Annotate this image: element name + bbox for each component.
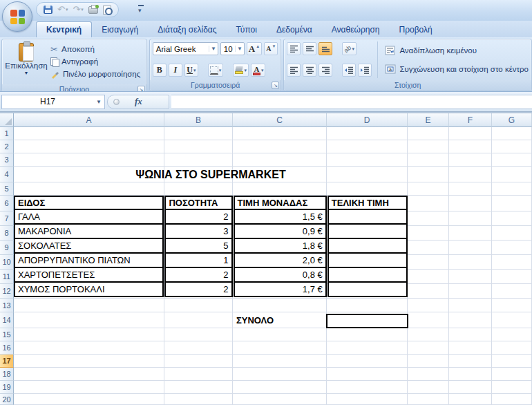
row-header-14[interactable]: 14 [0,312,14,328]
cell-C18[interactable] [233,368,327,381]
cell-F7[interactable] [449,211,492,226]
cell-C13[interactable] [233,299,327,312]
cell-E12[interactable] [408,284,449,299]
bottom-align-button[interactable] [319,42,332,55]
cell-final-price[interactable] [327,283,408,297]
paste-button[interactable]: Επικόλληση ▼ [5,41,48,82]
cell-quantity[interactable]: 1 [164,254,232,268]
decrease-indent-button[interactable] [342,64,356,77]
cell-C20[interactable] [233,394,327,405]
cell-A3[interactable] [14,153,164,167]
cell-item[interactable]: ΧΥΜΟΣ ΠΟΡΤΟΚΑΛΙ [14,283,164,297]
cell-F2[interactable] [449,140,492,153]
name-box-dropdown-icon[interactable]: ▼ [93,99,104,105]
cell-A18[interactable] [14,368,164,381]
font-size-dropdown-icon[interactable]: ▼ [235,46,244,52]
cell-D20[interactable] [327,394,408,405]
row-header-19[interactable]: 19 [0,381,14,394]
tab-data[interactable]: Δεδομένα [267,22,322,37]
select-all-corner[interactable] [0,113,14,127]
row-header-17[interactable]: 17 [0,355,14,368]
cell-E11[interactable] [408,270,449,284]
cell-E9[interactable] [408,241,449,255]
sheet-title-cell[interactable]: ΨΩΝΙΑ ΣΤΟ SUPERMARKET [14,167,408,182]
cell-C1[interactable] [233,127,327,140]
orientation-button[interactable]: ab▾ [342,42,357,55]
cell-G12[interactable] [492,284,532,299]
cell-E17[interactable] [408,355,449,368]
cell-F5[interactable] [449,182,492,196]
cell-G5[interactable] [492,182,532,196]
cell-G8[interactable] [492,226,532,241]
cell-item[interactable]: ΣΟΚΟΛΑΤΕΣ [14,239,164,254]
cell-final-price[interactable] [327,210,408,225]
cell-unit-price[interactable]: 1,7 € [234,283,327,297]
cell-G11[interactable] [492,270,532,284]
column-header-D[interactable]: D [327,113,408,127]
cell-unit-price[interactable]: 0,9 € [234,225,327,239]
cell-item[interactable]: ΧΑΡΤΟΠΕΤΣΕΤΕΣ [14,268,164,283]
cell-E19[interactable] [408,381,449,394]
row-header-1[interactable]: 1 [0,127,14,140]
borders-button[interactable]: ▾ [208,64,224,77]
cell-F11[interactable] [449,270,492,284]
customize-quick-access-icon[interactable]: ▾ [138,5,144,14]
align-left-button[interactable] [287,64,301,77]
cell-D2[interactable] [327,140,408,153]
cell-G16[interactable] [492,341,532,355]
row-header-18[interactable]: 18 [0,368,14,381]
cell-B20[interactable] [164,394,233,405]
cell-E3[interactable] [408,153,449,167]
cell-F20[interactable] [449,394,492,405]
header-cell-item[interactable]: ΕΙΔΟΣ [14,196,164,210]
cell-E20[interactable] [408,394,449,405]
top-align-button[interactable] [287,42,301,55]
name-box[interactable]: H17 ▼ [1,95,105,109]
undo-icon[interactable]: ↶▾ [57,4,68,15]
cell-B16[interactable] [164,341,233,355]
cell-F18[interactable] [449,368,492,381]
row-header-5[interactable]: 5 [0,182,14,196]
cell-D17[interactable] [327,355,408,368]
underline-button[interactable]: U▾ [184,64,198,77]
cell-C19[interactable] [233,381,327,394]
cell-final-price[interactable] [327,225,408,239]
cell-quantity[interactable]: 2 [164,283,232,297]
cell-G4[interactable] [492,167,532,182]
cell-unit-price[interactable]: 1,5 € [234,210,327,225]
cell-D19[interactable] [327,381,408,394]
cell-F10[interactable] [449,255,492,270]
wrap-text-button[interactable]: Αναδίπλωση κειμένου [385,44,529,57]
cell-F19[interactable] [449,381,492,394]
merge-center-button[interactable]: a Συγχώνευση και στοίχιση στο κέντρο [385,62,529,75]
cell-F13[interactable] [449,299,492,312]
cell-A5[interactable] [14,182,164,196]
cell-item[interactable]: ΜΑΚΑΡΟΝΙΑ [14,225,164,239]
cell-E16[interactable] [408,341,449,355]
cell-G2[interactable] [492,140,532,153]
cell-C3[interactable] [233,153,327,167]
cell-A2[interactable] [14,140,164,153]
row-header-6[interactable]: 6 [0,196,14,211]
font-dialog-launcher-icon[interactable]: ↘ [272,82,279,89]
cell-D15[interactable] [327,328,408,341]
cell-quantity[interactable]: 5 [164,239,232,254]
cut-button[interactable]: ✂ Αποκοπή [49,43,142,55]
tab-page-layout[interactable]: Διάταξη σελίδας [148,22,226,37]
bold-button[interactable]: B [153,64,167,77]
total-label-cell[interactable]: ΣΥΝΟΛΟ [234,312,327,328]
font-name-combobox[interactable]: Arial Greek▼ [153,42,218,55]
column-header-F[interactable]: F [449,113,492,127]
cell-E15[interactable] [408,328,449,341]
cell-B5[interactable] [164,182,233,196]
cell-B13[interactable] [164,299,233,312]
cell-F14[interactable] [449,312,492,328]
formula-input[interactable] [171,95,532,109]
row-header-12[interactable]: 12 [0,284,14,299]
redo-icon[interactable]: ↷▾ [73,4,83,15]
cell-G19[interactable] [492,381,532,394]
office-button[interactable] [2,1,32,32]
row-header-13[interactable]: 13 [0,299,14,312]
cell-A1[interactable] [14,127,164,140]
cell-G3[interactable] [492,153,532,167]
